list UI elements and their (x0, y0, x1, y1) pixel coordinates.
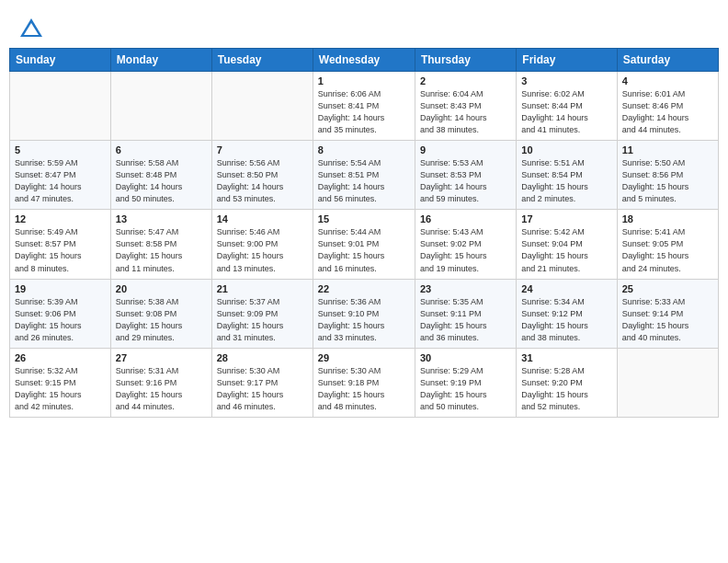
calendar-cell: 11Sunrise: 5:50 AM Sunset: 8:56 PM Dayli… (617, 141, 718, 210)
day-number: 12 (15, 213, 106, 224)
week-row-0: 1Sunrise: 6:06 AM Sunset: 8:41 PM Daylig… (10, 72, 719, 141)
weekday-header-tuesday: Tuesday (211, 49, 313, 72)
day-info: Sunrise: 5:38 AM Sunset: 9:08 PM Dayligh… (116, 296, 207, 344)
day-number: 23 (420, 283, 511, 294)
calendar-cell: 26Sunrise: 5:32 AM Sunset: 9:15 PM Dayli… (10, 348, 111, 417)
day-number: 17 (521, 213, 611, 224)
day-info: Sunrise: 6:02 AM Sunset: 8:44 PM Dayligh… (521, 88, 611, 136)
day-info: Sunrise: 5:37 AM Sunset: 9:09 PM Dayligh… (217, 296, 308, 344)
calendar-cell: 21Sunrise: 5:37 AM Sunset: 9:09 PM Dayli… (211, 279, 313, 348)
day-info: Sunrise: 5:53 AM Sunset: 8:53 PM Dayligh… (420, 157, 511, 205)
day-info: Sunrise: 5:44 AM Sunset: 9:01 PM Dayligh… (318, 226, 410, 274)
calendar-cell: 19Sunrise: 5:39 AM Sunset: 9:06 PM Dayli… (10, 279, 111, 348)
day-info: Sunrise: 6:04 AM Sunset: 8:43 PM Dayligh… (420, 88, 511, 136)
day-info: Sunrise: 5:43 AM Sunset: 9:02 PM Dayligh… (420, 226, 511, 274)
week-row-4: 26Sunrise: 5:32 AM Sunset: 9:15 PM Dayli… (10, 348, 719, 417)
calendar-cell: 7Sunrise: 5:56 AM Sunset: 8:50 PM Daylig… (211, 141, 313, 210)
calendar-cell: 3Sunrise: 6:02 AM Sunset: 8:44 PM Daylig… (517, 72, 617, 141)
day-info: Sunrise: 5:33 AM Sunset: 9:14 PM Dayligh… (622, 296, 713, 344)
day-number: 1 (318, 75, 410, 86)
day-info: Sunrise: 5:39 AM Sunset: 9:06 PM Dayligh… (15, 296, 106, 344)
day-info: Sunrise: 6:01 AM Sunset: 8:46 PM Dayligh… (622, 88, 713, 136)
day-number: 30 (420, 352, 511, 363)
calendar-cell: 20Sunrise: 5:38 AM Sunset: 9:08 PM Dayli… (110, 279, 211, 348)
day-number: 19 (15, 283, 106, 294)
calendar-cell (110, 72, 211, 141)
week-row-2: 12Sunrise: 5:49 AM Sunset: 8:57 PM Dayli… (10, 210, 719, 279)
weekday-header-monday: Monday (110, 49, 211, 72)
week-row-1: 5Sunrise: 5:59 AM Sunset: 8:47 PM Daylig… (10, 141, 719, 210)
calendar-cell: 23Sunrise: 5:35 AM Sunset: 9:11 PM Dayli… (415, 279, 516, 348)
day-info: Sunrise: 5:50 AM Sunset: 8:56 PM Dayligh… (622, 157, 713, 205)
calendar-cell: 9Sunrise: 5:53 AM Sunset: 8:53 PM Daylig… (415, 141, 516, 210)
logo (18, 17, 48, 42)
day-number: 18 (622, 213, 713, 224)
calendar-cell: 30Sunrise: 5:29 AM Sunset: 9:19 PM Dayli… (415, 348, 516, 417)
day-number: 5 (15, 144, 106, 155)
weekday-header-row: SundayMondayTuesdayWednesdayThursdayFrid… (10, 49, 719, 72)
day-info: Sunrise: 6:06 AM Sunset: 8:41 PM Dayligh… (318, 88, 410, 136)
day-info: Sunrise: 5:41 AM Sunset: 9:05 PM Dayligh… (622, 226, 713, 274)
calendar-cell: 2Sunrise: 6:04 AM Sunset: 8:43 PM Daylig… (415, 72, 516, 141)
weekday-header-wednesday: Wednesday (313, 49, 415, 72)
day-number: 13 (116, 213, 207, 224)
calendar-cell: 1Sunrise: 6:06 AM Sunset: 8:41 PM Daylig… (313, 72, 415, 141)
day-info: Sunrise: 5:36 AM Sunset: 9:10 PM Dayligh… (318, 296, 410, 344)
day-number: 26 (15, 352, 106, 363)
day-info: Sunrise: 5:49 AM Sunset: 8:57 PM Dayligh… (15, 226, 106, 274)
weekday-header-saturday: Saturday (617, 49, 718, 72)
day-number: 31 (521, 352, 611, 363)
day-number: 20 (116, 283, 207, 294)
day-number: 2 (420, 75, 511, 86)
page: SundayMondayTuesdayWednesdayThursdayFrid… (0, 0, 728, 563)
day-number: 14 (217, 213, 308, 224)
day-info: Sunrise: 5:54 AM Sunset: 8:51 PM Dayligh… (318, 157, 410, 205)
calendar-cell (617, 348, 718, 417)
day-number: 3 (521, 75, 611, 86)
calendar-cell: 6Sunrise: 5:58 AM Sunset: 8:48 PM Daylig… (110, 141, 211, 210)
day-number: 22 (318, 283, 410, 294)
calendar-cell: 14Sunrise: 5:46 AM Sunset: 9:00 PM Dayli… (211, 210, 313, 279)
day-number: 16 (420, 213, 511, 224)
day-number: 21 (217, 283, 308, 294)
calendar-cell: 13Sunrise: 5:47 AM Sunset: 8:58 PM Dayli… (110, 210, 211, 279)
calendar-cell: 15Sunrise: 5:44 AM Sunset: 9:01 PM Dayli… (313, 210, 415, 279)
day-info: Sunrise: 5:58 AM Sunset: 8:48 PM Dayligh… (116, 157, 207, 205)
day-info: Sunrise: 5:32 AM Sunset: 9:15 PM Dayligh… (15, 365, 106, 413)
day-info: Sunrise: 5:30 AM Sunset: 9:17 PM Dayligh… (217, 365, 308, 413)
calendar-cell: 8Sunrise: 5:54 AM Sunset: 8:51 PM Daylig… (313, 141, 415, 210)
calendar-cell: 18Sunrise: 5:41 AM Sunset: 9:05 PM Dayli… (617, 210, 718, 279)
day-number: 27 (116, 352, 207, 363)
calendar-cell: 24Sunrise: 5:34 AM Sunset: 9:12 PM Dayli… (517, 279, 617, 348)
calendar-cell (10, 72, 111, 141)
calendar-cell: 22Sunrise: 5:36 AM Sunset: 9:10 PM Dayli… (313, 279, 415, 348)
day-number: 7 (217, 144, 308, 155)
day-info: Sunrise: 5:56 AM Sunset: 8:50 PM Dayligh… (217, 157, 308, 205)
day-info: Sunrise: 5:30 AM Sunset: 9:18 PM Dayligh… (318, 365, 410, 413)
day-info: Sunrise: 5:34 AM Sunset: 9:12 PM Dayligh… (521, 296, 611, 344)
day-info: Sunrise: 5:31 AM Sunset: 9:16 PM Dayligh… (116, 365, 207, 413)
day-info: Sunrise: 5:42 AM Sunset: 9:04 PM Dayligh… (521, 226, 611, 274)
day-number: 24 (521, 283, 611, 294)
day-number: 25 (622, 283, 713, 294)
day-info: Sunrise: 5:35 AM Sunset: 9:11 PM Dayligh… (420, 296, 511, 344)
calendar-cell (211, 72, 313, 141)
day-info: Sunrise: 5:51 AM Sunset: 8:54 PM Dayligh… (521, 157, 611, 205)
day-info: Sunrise: 5:46 AM Sunset: 9:00 PM Dayligh… (217, 226, 308, 274)
day-info: Sunrise: 5:47 AM Sunset: 8:58 PM Dayligh… (116, 226, 207, 274)
calendar-cell: 16Sunrise: 5:43 AM Sunset: 9:02 PM Dayli… (415, 210, 516, 279)
day-number: 28 (217, 352, 308, 363)
day-number: 4 (622, 75, 713, 86)
week-row-3: 19Sunrise: 5:39 AM Sunset: 9:06 PM Dayli… (10, 279, 719, 348)
weekday-header-sunday: Sunday (10, 49, 111, 72)
calendar-cell: 12Sunrise: 5:49 AM Sunset: 8:57 PM Dayli… (10, 210, 111, 279)
day-number: 29 (318, 352, 410, 363)
day-info: Sunrise: 5:28 AM Sunset: 9:20 PM Dayligh… (521, 365, 611, 413)
day-number: 8 (318, 144, 410, 155)
calendar-cell: 5Sunrise: 5:59 AM Sunset: 8:47 PM Daylig… (10, 141, 111, 210)
calendar-cell: 27Sunrise: 5:31 AM Sunset: 9:16 PM Dayli… (110, 348, 211, 417)
day-number: 15 (318, 213, 410, 224)
calendar-cell: 17Sunrise: 5:42 AM Sunset: 9:04 PM Dayli… (517, 210, 617, 279)
day-number: 6 (116, 144, 207, 155)
weekday-header-friday: Friday (517, 49, 617, 72)
